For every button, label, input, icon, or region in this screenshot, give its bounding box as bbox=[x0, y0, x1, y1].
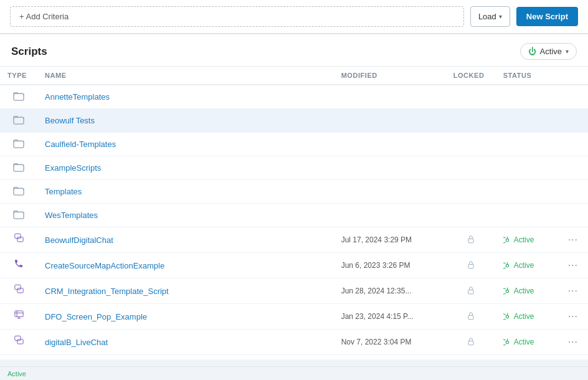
table-row[interactable]: ExampleScripts bbox=[0, 156, 588, 180]
table-row[interactable]: digitalB_LiveChatNov 7, 2022 3:04 PM Act… bbox=[0, 330, 588, 355]
status-badge: Active bbox=[503, 312, 551, 321]
table-row[interactable]: Caulfield-Templates bbox=[0, 133, 588, 156]
name-link[interactable]: BeowulfDigitalChat bbox=[45, 235, 113, 245]
name-cell[interactable]: ExampleScripts bbox=[37, 156, 334, 180]
name-cell[interactable]: Templates bbox=[37, 180, 334, 204]
name-cell[interactable]: Caulfield-Templates bbox=[37, 133, 334, 156]
locked-cell bbox=[446, 355, 496, 360]
name-link[interactable]: AnnetteTemplates bbox=[45, 92, 110, 102]
name-cell[interactable]: BeowulfDigitalChat bbox=[37, 227, 334, 253]
name-cell[interactable]: AnnetteTemplates bbox=[37, 85, 334, 109]
actions-cell[interactable]: ··· bbox=[558, 330, 588, 355]
modified-cell: Jan 23, 2024 4:15 P... bbox=[334, 304, 446, 330]
svg-rect-8 bbox=[468, 239, 473, 242]
name-cell[interactable]: CRM_Integration_Template_Script bbox=[37, 278, 334, 304]
modified-cell bbox=[334, 156, 446, 180]
actions-cell[interactable] bbox=[558, 85, 588, 109]
name-link[interactable]: Templates bbox=[45, 187, 82, 196]
table-row[interactable]: CreateSourceMapActionExampleJun 6, 2023 … bbox=[0, 253, 588, 278]
svg-rect-10 bbox=[468, 264, 473, 268]
load-chevron-icon: ▾ bbox=[499, 13, 502, 20]
actions-cell[interactable] bbox=[558, 180, 588, 204]
table-row[interactable]: Templates bbox=[0, 180, 588, 204]
table-row[interactable]: CRM_Integration_Template_ScriptJun 28, 2… bbox=[0, 278, 588, 304]
status-label: Active bbox=[514, 312, 534, 321]
name-link[interactable]: CRM_Integration_Template_Script bbox=[45, 287, 169, 296]
col-header-locked: LOCKED bbox=[446, 67, 496, 85]
load-button[interactable]: Load ▾ bbox=[470, 6, 510, 27]
footer-status: Active bbox=[7, 370, 26, 378]
name-link[interactable]: WesTemplates bbox=[45, 211, 98, 220]
active-power-icon bbox=[503, 338, 511, 346]
actions-cell[interactable] bbox=[558, 133, 588, 156]
actions-cell[interactable]: ··· bbox=[558, 253, 588, 278]
table-row[interactable]: DFO_Screen_Pop_ExampleJan 23, 2024 4:15 … bbox=[0, 304, 588, 330]
locked-cell bbox=[446, 227, 496, 253]
actions-cell[interactable] bbox=[558, 156, 588, 180]
table-row[interactable]: digitalScriptJan 3, 2024 2:01 PM Active … bbox=[0, 355, 588, 360]
svg-rect-6 bbox=[14, 234, 20, 238]
lock-icon bbox=[467, 336, 475, 346]
active-power-icon bbox=[503, 262, 511, 270]
name-link[interactable]: DFO_Screen_Pop_Example bbox=[45, 312, 147, 321]
col-header-name: NAME bbox=[37, 67, 334, 85]
table-row[interactable]: BeowulfDigitalChatJul 17, 2024 3:29 PM A… bbox=[0, 227, 588, 253]
status-badge: Active bbox=[503, 261, 551, 270]
name-link[interactable]: digitalB_LiveChat bbox=[45, 338, 108, 347]
name-cell[interactable]: Beowulf Tests bbox=[37, 109, 334, 133]
actions-cell[interactable] bbox=[558, 204, 588, 227]
actions-cell[interactable] bbox=[558, 109, 588, 133]
locked-cell bbox=[446, 278, 496, 304]
scripts-table: TYPE NAME MODIFIED LOCKED STATUS Annette… bbox=[0, 67, 588, 359]
name-link[interactable]: Beowulf Tests bbox=[45, 116, 95, 125]
row-actions-button[interactable]: ··· bbox=[566, 259, 581, 272]
footer-bar: Active bbox=[0, 366, 588, 380]
row-actions-button[interactable]: ··· bbox=[566, 335, 581, 349]
row-actions-button[interactable]: ··· bbox=[566, 284, 581, 298]
svg-point-22 bbox=[506, 315, 508, 318]
svg-rect-16 bbox=[14, 311, 22, 316]
lock-icon bbox=[467, 234, 475, 244]
name-cell[interactable]: CreateSourceMapActionExample bbox=[37, 253, 334, 278]
actions-cell[interactable]: ··· bbox=[558, 355, 588, 360]
locked-cell bbox=[446, 180, 496, 204]
name-cell[interactable]: DFO_Screen_Pop_Example bbox=[37, 304, 334, 330]
name-cell[interactable]: digitalB_LiveChat bbox=[37, 330, 334, 355]
name-cell[interactable]: digitalScript bbox=[37, 355, 334, 360]
scripts-header: Scripts ⏻ Active ▾ bbox=[0, 34, 588, 67]
svg-rect-5 bbox=[14, 212, 24, 219]
actions-cell[interactable]: ··· bbox=[558, 304, 588, 330]
table-row[interactable]: WesTemplates bbox=[0, 204, 588, 227]
lock-icon bbox=[467, 311, 475, 321]
actions-cell[interactable]: ··· bbox=[558, 227, 588, 253]
type-cell bbox=[0, 278, 37, 302]
name-link[interactable]: CreateSourceMapActionExample bbox=[45, 261, 164, 270]
top-bar: + Add Criteria Load ▾ New Script bbox=[0, 0, 588, 34]
locked-cell bbox=[446, 253, 496, 278]
status-badge: Active bbox=[503, 338, 551, 346]
active-power-icon bbox=[503, 287, 511, 295]
svg-point-26 bbox=[506, 341, 508, 343]
row-actions-button[interactable]: ··· bbox=[566, 233, 581, 247]
active-power-icon bbox=[503, 313, 511, 321]
status-badge: Active bbox=[503, 235, 551, 244]
name-link[interactable]: Caulfield-Templates bbox=[45, 140, 116, 149]
type-cell bbox=[0, 304, 37, 327]
scripts-table-container[interactable]: TYPE NAME MODIFIED LOCKED STATUS Annette… bbox=[0, 67, 588, 359]
new-script-button[interactable]: New Script bbox=[516, 7, 578, 26]
name-link[interactable]: ExampleScripts bbox=[45, 163, 101, 173]
locked-cell bbox=[446, 133, 496, 156]
name-cell[interactable]: WesTemplates bbox=[37, 204, 334, 227]
svg-rect-7 bbox=[17, 237, 22, 242]
actions-cell[interactable]: ··· bbox=[558, 278, 588, 304]
row-actions-button[interactable]: ··· bbox=[566, 310, 581, 323]
table-row[interactable]: Beowulf Tests bbox=[0, 109, 588, 133]
modified-cell bbox=[334, 85, 446, 109]
locked-cell bbox=[446, 85, 496, 109]
active-filter-button[interactable]: ⏻ Active ▾ bbox=[520, 43, 577, 60]
folder-icon bbox=[13, 209, 24, 221]
table-row[interactable]: AnnetteTemplates bbox=[0, 85, 588, 109]
add-criteria-button[interactable]: + Add Criteria bbox=[10, 6, 464, 27]
type-cell bbox=[0, 180, 37, 203]
col-header-status: STATUS bbox=[496, 67, 558, 85]
